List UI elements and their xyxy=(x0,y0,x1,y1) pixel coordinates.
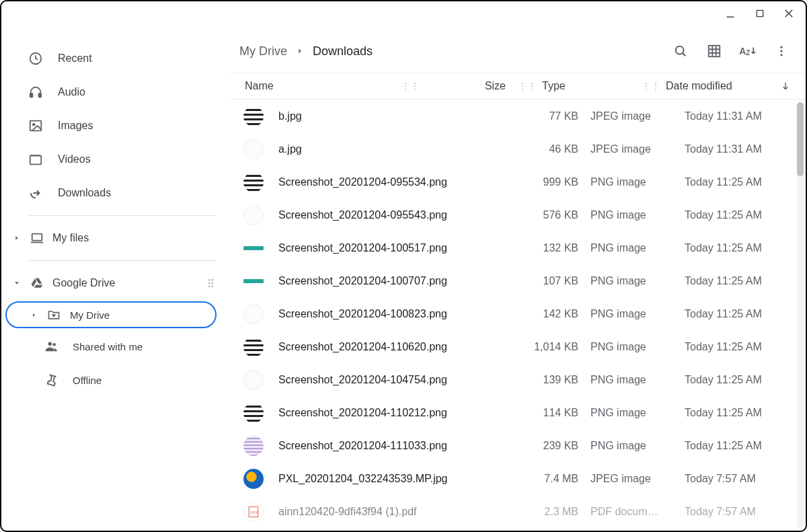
sidebar-item-audio[interactable]: Audio xyxy=(1,75,230,109)
sidebar-divider xyxy=(28,260,217,261)
column-header-date[interactable]: Date modified xyxy=(666,80,780,92)
file-thumbnail xyxy=(243,139,264,159)
file-type: JPEG image xyxy=(590,473,685,485)
drive-folder-icon xyxy=(47,308,61,321)
sidebar-item-images[interactable]: Images xyxy=(1,109,230,143)
file-thumbnail xyxy=(243,469,264,489)
breadcrumb-parent[interactable]: My Drive xyxy=(239,44,287,59)
file-size: 107 KB xyxy=(503,275,590,287)
file-row[interactable]: Screenshot_20201204-104754.png139 KBPNG … xyxy=(230,363,806,396)
file-row[interactable]: b.jpg77 KBJPEG imageToday 11:31 AM xyxy=(230,100,806,132)
file-date: Today 11:25 AM xyxy=(685,374,806,386)
file-row[interactable]: Screenshot_20201204-110212.png114 KBPNG … xyxy=(230,396,806,429)
sidebar-group-google-drive[interactable]: Google Drive xyxy=(1,266,230,300)
svg-point-7 xyxy=(208,279,210,281)
sidebar-item-recent[interactable]: Recent xyxy=(1,42,230,75)
file-row[interactable]: Screenshot_20201204-095543.png576 KBPNG … xyxy=(230,198,806,231)
file-row[interactable]: PDFainn120420-9dfi43f94 (1).pdf2.3 MBPDF… xyxy=(230,495,806,528)
svg-point-13 xyxy=(48,342,52,346)
file-row[interactable]: Screenshot_20201204-100823.png142 KBPNG … xyxy=(230,297,806,330)
sidebar-item-shared-with-me[interactable]: Shared with me xyxy=(1,330,230,363)
laptop-icon xyxy=(30,231,44,245)
video-icon xyxy=(28,152,43,167)
file-date: Today 11:25 AM xyxy=(685,341,806,353)
sidebar-item-label: Images xyxy=(58,120,93,132)
file-size: 2.3 MB xyxy=(503,506,590,518)
file-name: Screenshot_20201204-104754.png xyxy=(278,374,503,386)
close-button[interactable] xyxy=(783,7,796,20)
image-icon xyxy=(28,118,43,133)
people-icon xyxy=(44,339,59,354)
sidebar-item-label: Recent xyxy=(58,52,92,65)
sidebar-item-label: Downloads xyxy=(58,187,111,199)
svg-rect-6 xyxy=(32,234,42,241)
breadcrumb: My Drive Downloads xyxy=(239,44,373,59)
column-resize-handle[interactable]: ⋮⋮ xyxy=(395,81,425,91)
file-row[interactable]: Screenshot_20201204-110620.png1,014 KBPN… xyxy=(230,330,806,363)
file-thumbnail xyxy=(243,172,264,192)
file-row[interactable]: a.jpg46 KBJPEG imageToday 11:31 AM xyxy=(230,132,806,165)
svg-rect-5 xyxy=(30,156,42,165)
file-thumbnail xyxy=(243,238,264,258)
svg-rect-1 xyxy=(30,93,33,98)
sidebar-item-label: Shared with me xyxy=(73,341,143,352)
window-titlebar xyxy=(1,1,806,26)
toolbar: My Drive Downloads AZ xyxy=(230,26,806,73)
file-type: PNG image xyxy=(590,407,685,419)
file-type: PDF docum… xyxy=(590,506,685,518)
column-resize-handle[interactable]: ⋮⋮ xyxy=(636,81,666,91)
file-name: PXL_20201204_032243539.MP.jpg xyxy=(278,473,503,485)
eject-icon[interactable] xyxy=(207,278,218,289)
file-date: Today 7:57 AM xyxy=(685,506,806,518)
sidebar-item-downloads[interactable]: Downloads xyxy=(1,176,230,210)
svg-point-4 xyxy=(33,124,35,126)
search-button[interactable] xyxy=(666,38,695,65)
column-header-type[interactable]: Type xyxy=(542,80,636,92)
file-thumbnail xyxy=(243,337,264,357)
file-row[interactable]: Screenshot_20201204-111033.png239 KBPNG … xyxy=(230,429,806,462)
svg-point-21 xyxy=(780,54,782,56)
file-name: ainn120420-9dfi43f94 (1).pdf xyxy=(278,506,503,518)
file-date: Today 11:25 AM xyxy=(685,176,806,188)
sidebar-item-label: My Drive xyxy=(70,309,110,321)
more-options-button[interactable] xyxy=(767,38,796,65)
column-header-name[interactable]: Name xyxy=(243,80,395,92)
file-list[interactable]: b.jpg77 KBJPEG imageToday 11:31 AMa.jpg4… xyxy=(230,100,806,531)
file-row[interactable]: Screenshot_20201204-100517.png132 KBPNG … xyxy=(230,231,806,264)
column-header-size[interactable]: Size xyxy=(425,80,512,92)
file-size: 1,014 KB xyxy=(503,341,590,353)
file-thumbnail xyxy=(243,370,264,390)
file-size: 576 KB xyxy=(503,209,590,221)
file-size: 77 KB xyxy=(503,110,590,122)
main-panel: My Drive Downloads AZ xyxy=(230,26,806,531)
file-size: 132 KB xyxy=(503,242,590,254)
sidebar-item-my-drive[interactable]: My Drive xyxy=(5,301,217,328)
file-size: 142 KB xyxy=(503,308,590,320)
file-date: Today 11:31 AM xyxy=(685,110,806,122)
file-row[interactable]: Screenshot_20201204-095534.png999 KBPNG … xyxy=(230,165,806,198)
sort-button[interactable]: AZ xyxy=(733,38,763,65)
arrow-right-icon xyxy=(28,186,43,200)
sidebar-group-myfiles[interactable]: My files xyxy=(1,221,230,255)
svg-point-10 xyxy=(211,282,213,284)
file-name: b.jpg xyxy=(278,110,503,122)
file-name: Screenshot_20201204-111033.png xyxy=(278,440,503,452)
maximize-button[interactable] xyxy=(753,7,767,20)
chevron-right-icon xyxy=(12,235,22,241)
svg-text:Z: Z xyxy=(746,49,750,56)
file-date: Today 11:25 AM xyxy=(685,440,806,452)
svg-text:A: A xyxy=(739,46,746,56)
sidebar-item-videos[interactable]: Videos xyxy=(1,143,230,176)
file-thumbnail xyxy=(243,403,264,423)
sidebar-item-offline[interactable]: Offline xyxy=(1,363,230,397)
file-type: JPEG image xyxy=(590,110,685,122)
view-grid-button[interactable] xyxy=(699,38,729,65)
file-row[interactable]: PXL_20201204_032243539.MP.jpg7.4 MBJPEG … xyxy=(230,462,806,495)
sidebar-group-label: My files xyxy=(52,232,89,244)
sort-descending-icon[interactable] xyxy=(780,81,799,91)
file-name: a.jpg xyxy=(278,143,503,155)
minimize-button[interactable] xyxy=(724,7,737,20)
column-resize-handle[interactable]: ⋮⋮ xyxy=(512,81,542,91)
file-row[interactable]: Screenshot_20201204-100707.png107 KBPNG … xyxy=(230,264,806,297)
scrollbar-thumb[interactable] xyxy=(797,102,804,176)
